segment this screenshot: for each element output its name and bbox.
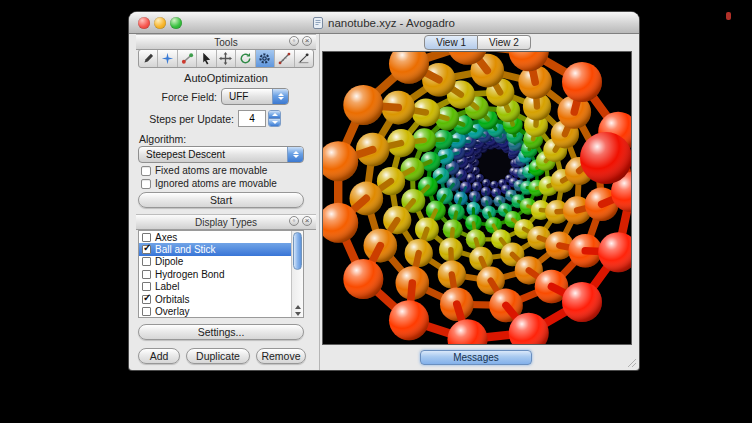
messages-button[interactable]: Messages	[420, 350, 532, 365]
checkbox-icon	[141, 166, 151, 176]
nanotube-render	[323, 52, 631, 344]
align-tool[interactable]	[295, 50, 313, 67]
bond-centric-tool-icon	[181, 52, 194, 65]
algorithm-label: Algorithm:	[139, 133, 186, 145]
start-button[interactable]: Start	[138, 192, 304, 208]
display-type-row[interactable]: ✓ Orbitals	[139, 293, 303, 305]
scrollbar-thumb[interactable]	[293, 232, 302, 270]
auto-rotate-tool[interactable]	[236, 50, 255, 67]
display-type-label: Label	[155, 281, 179, 292]
checkbox-icon[interactable]	[142, 233, 151, 242]
titlebar[interactable]: nanotube.xyz - Avogadro	[129, 12, 639, 34]
auto-optimize-tool-icon	[258, 52, 271, 65]
section-title: AutoOptimization	[136, 72, 316, 84]
steps-per-update-stepper: 4	[238, 110, 281, 127]
screen-artifact	[726, 12, 731, 20]
scroll-down-icon[interactable]	[295, 312, 301, 316]
tab-view-2[interactable]: View 2	[478, 35, 531, 50]
view-tabbar: View 1 View 2	[320, 34, 635, 50]
tool-strip	[138, 49, 314, 68]
draw-tool[interactable]	[139, 50, 158, 67]
display-type-row[interactable]: Label	[139, 281, 303, 293]
steps-per-update-label: Steps per Update:	[133, 113, 234, 125]
display-type-row[interactable]: Hydrogen Bond	[139, 268, 303, 280]
algorithm-value: Steepest Descent	[139, 147, 287, 162]
close-panel-icon[interactable]: ×	[302, 36, 312, 46]
window-controls	[138, 17, 182, 29]
zoom-window-button[interactable]	[170, 17, 182, 29]
document-proxy-icon	[313, 17, 323, 29]
add-button[interactable]: Add	[138, 348, 180, 364]
tools-panel-title: Tools	[214, 37, 237, 48]
align-tool-icon	[297, 52, 310, 65]
dock-splitter[interactable]	[319, 34, 320, 370]
remove-button[interactable]: Remove	[256, 348, 306, 364]
molecule-canvas[interactable]	[322, 51, 632, 345]
force-field-label: Force Field:	[133, 91, 217, 103]
stepper-up-button[interactable]	[269, 111, 280, 119]
settings-button[interactable]: Settings...	[138, 324, 304, 340]
auto-optimize-tool[interactable]	[256, 50, 275, 67]
tab-view-1[interactable]: View 1	[424, 35, 478, 50]
checkbox-icon	[141, 179, 151, 189]
navigate-tool[interactable]	[158, 50, 177, 67]
manipulate-tool[interactable]	[217, 50, 236, 67]
ignored-atoms-checkbox[interactable]: Ignored atoms are movable	[141, 178, 277, 189]
display-type-row[interactable]: Axes	[139, 231, 303, 243]
popup-arrows-icon	[287, 147, 303, 162]
display-type-label: Ball and Stick	[155, 244, 216, 255]
scroll-up-icon[interactable]	[295, 305, 301, 309]
float-panel-icon[interactable]: ◦	[289, 216, 299, 226]
measure-tool[interactable]	[275, 50, 294, 67]
draw-tool-icon	[142, 52, 155, 65]
manipulate-tool-icon	[219, 52, 232, 65]
display-types-title: Display Types	[195, 217, 257, 228]
display-type-row[interactable]: Dipole	[139, 256, 303, 268]
steps-per-update-field[interactable]: 4	[238, 110, 266, 127]
display-type-row[interactable]: Overlay	[139, 305, 303, 317]
window-title: nanotube.xyz - Avogadro	[328, 17, 455, 29]
force-field-value: UFF	[222, 89, 272, 104]
checkbox-icon[interactable]	[142, 257, 151, 266]
display-type-label: Orbitals	[155, 294, 189, 305]
display-type-label: Overlay	[155, 306, 189, 317]
force-field-select[interactable]: UFF	[221, 88, 289, 105]
ignored-atoms-label: Ignored atoms are movable	[155, 178, 277, 189]
display-type-label: Hydrogen Bond	[155, 269, 225, 280]
checkbox-icon[interactable]	[142, 270, 151, 279]
display-types-list: Axes ✓ Ball and Stick Dipole Hydrogen Bo…	[138, 230, 304, 318]
checkbox-icon[interactable]	[142, 282, 151, 291]
display-type-row[interactable]: ✓ Ball and Stick	[139, 243, 303, 255]
popup-arrows-icon	[272, 89, 288, 104]
auto-rotate-tool-icon	[239, 52, 252, 65]
navigate-tool-icon	[161, 52, 174, 65]
measure-tool-icon	[278, 52, 291, 65]
stepper-down-button[interactable]	[269, 119, 280, 126]
minimize-window-button[interactable]	[154, 17, 166, 29]
display-types-panel-header: Display Types ◦ ×	[136, 214, 316, 230]
fixed-atoms-label: Fixed atoms are movable	[155, 165, 267, 176]
fixed-atoms-checkbox[interactable]: Fixed atoms are movable	[141, 165, 267, 176]
close-window-button[interactable]	[138, 17, 150, 29]
selection-tool-icon	[200, 52, 213, 65]
tools-panel-header: Tools ◦ ×	[136, 34, 316, 50]
close-panel-icon[interactable]: ×	[302, 216, 312, 226]
checkbox-icon[interactable]: ✓	[142, 245, 151, 254]
display-type-label: Axes	[155, 232, 177, 243]
checkbox-icon[interactable]	[142, 307, 151, 316]
window-title-area: nanotube.xyz - Avogadro	[313, 17, 455, 29]
resize-grip-icon[interactable]	[626, 357, 637, 368]
selection-tool[interactable]	[197, 50, 216, 67]
duplicate-button[interactable]: Duplicate	[186, 348, 250, 364]
avogadro-window: nanotube.xyz - Avogadro Tools ◦ ×	[129, 12, 639, 370]
scrollbar[interactable]	[291, 231, 303, 317]
algorithm-select[interactable]: Steepest Descent	[138, 146, 304, 163]
checkbox-icon[interactable]: ✓	[142, 295, 151, 304]
float-panel-icon[interactable]: ◦	[289, 36, 299, 46]
display-type-label: Dipole	[155, 256, 183, 267]
bond-centric-tool[interactable]	[178, 50, 197, 67]
